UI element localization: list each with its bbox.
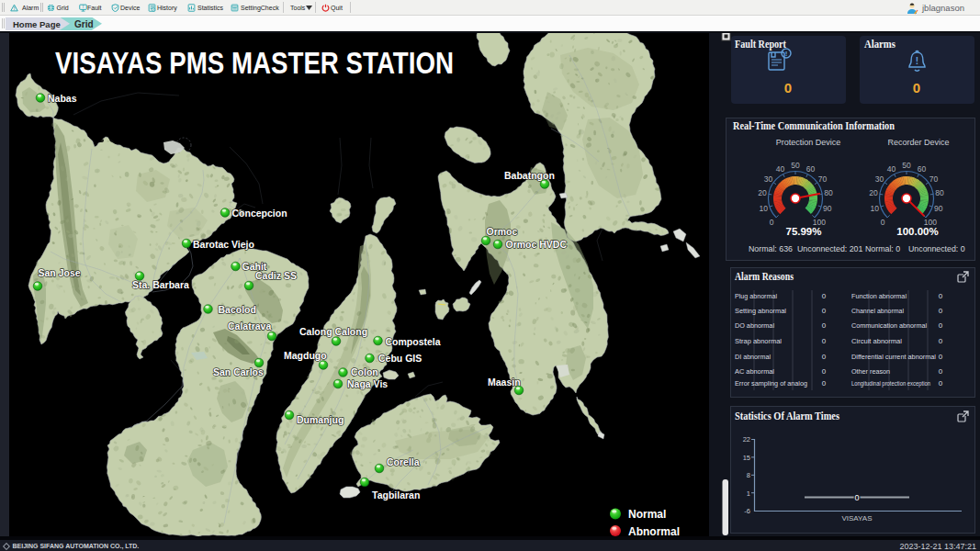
svg-text:Ormoc HVDC: Ormoc HVDC bbox=[506, 239, 568, 250]
svg-text:0: 0 bbox=[822, 292, 827, 300]
svg-text:0: 0 bbox=[784, 80, 792, 96]
svg-text:0: 0 bbox=[939, 307, 943, 315]
svg-text:Setting abnormal: Setting abnormal bbox=[735, 307, 786, 315]
svg-text:Recorder Device: Recorder Device bbox=[887, 138, 949, 147]
svg-text:Compostela: Compostela bbox=[386, 336, 441, 347]
svg-text:20: 20 bbox=[758, 188, 767, 197]
svg-text:Channel abnormal: Channel abnormal bbox=[851, 307, 904, 315]
svg-text:30: 30 bbox=[764, 174, 773, 184]
svg-text:40: 40 bbox=[776, 164, 785, 174]
svg-text:Naga Vis: Naga Vis bbox=[347, 378, 388, 389]
svg-text:Normal: 636: Normal: 636 bbox=[749, 244, 793, 253]
svg-text:Unconnected: 0: Unconnected: 0 bbox=[908, 244, 965, 253]
svg-text:!: ! bbox=[785, 50, 788, 58]
svg-text:Real-Time Communication Inform: Real-Time Communication Information bbox=[733, 119, 895, 132]
svg-text:Unconnected: 201: Unconnected: 201 bbox=[797, 244, 863, 253]
svg-text:AC abnormal: AC abnormal bbox=[735, 367, 774, 376]
svg-text:0: 0 bbox=[881, 218, 885, 227]
svg-text:75.99%: 75.99% bbox=[785, 226, 821, 237]
svg-text:VISAYAS: VISAYAS bbox=[841, 514, 872, 523]
svg-text:Alarm Reasons: Alarm Reasons bbox=[735, 270, 794, 283]
svg-text:10: 10 bbox=[760, 204, 769, 213]
svg-text:Cebu GIS: Cebu GIS bbox=[378, 353, 422, 364]
svg-text:DO abnormal: DO abnormal bbox=[735, 321, 774, 330]
svg-text:30: 30 bbox=[875, 174, 884, 184]
svg-text:!: ! bbox=[82, 5, 84, 9]
svg-text:100.00%: 100.00% bbox=[896, 226, 938, 237]
svg-text:Ormoc: Ormoc bbox=[487, 226, 518, 237]
svg-text:70: 70 bbox=[818, 174, 828, 184]
svg-text:0: 0 bbox=[822, 307, 827, 315]
svg-text:50: 50 bbox=[791, 161, 800, 170]
svg-text:0: 0 bbox=[939, 292, 943, 300]
svg-text:0: 0 bbox=[822, 353, 827, 361]
svg-text:0: 0 bbox=[822, 337, 827, 345]
svg-text:40: 40 bbox=[887, 164, 896, 174]
svg-text:Alarms: Alarms bbox=[864, 38, 896, 51]
svg-text:60: 60 bbox=[806, 164, 816, 174]
svg-text:Concepcion: Concepcion bbox=[232, 208, 287, 219]
svg-text:Abnormal: Abnormal bbox=[628, 525, 680, 537]
svg-text:!: ! bbox=[14, 6, 16, 11]
svg-text:22: 22 bbox=[743, 435, 750, 444]
svg-text:Dumanjug: Dumanjug bbox=[297, 414, 344, 425]
svg-text:Longitudinal protection except: Longitudinal protection exception bbox=[851, 380, 930, 388]
svg-text:San Carlos: San Carlos bbox=[213, 366, 264, 377]
svg-text:San Jose: San Jose bbox=[39, 267, 81, 278]
svg-text:80: 80 bbox=[935, 188, 944, 197]
svg-text:0: 0 bbox=[939, 337, 943, 345]
svg-text:Colon: Colon bbox=[351, 366, 378, 377]
svg-text:Fault Report: Fault Report bbox=[735, 38, 787, 51]
svg-text:90: 90 bbox=[823, 204, 832, 213]
svg-text:20: 20 bbox=[869, 188, 878, 197]
svg-text:Nabas: Nabas bbox=[48, 93, 77, 104]
svg-text:0: 0 bbox=[939, 321, 943, 330]
svg-text:8: 8 bbox=[747, 471, 750, 479]
svg-text:15: 15 bbox=[743, 454, 750, 462]
svg-text:0: 0 bbox=[822, 321, 827, 330]
svg-text:Barotac Viejo: Barotac Viejo bbox=[193, 239, 254, 250]
svg-text:1: 1 bbox=[747, 489, 750, 498]
svg-text:Normal: Normal bbox=[628, 508, 666, 521]
svg-text:Cadiz SS: Cadiz SS bbox=[255, 270, 297, 281]
svg-text:Normal: 0: Normal: 0 bbox=[865, 244, 900, 253]
svg-text:0: 0 bbox=[913, 80, 920, 96]
svg-text:Statistics Of Alarm Times: Statistics Of Alarm Times bbox=[735, 410, 839, 422]
svg-text:Error sampling of analog: Error sampling of analog bbox=[735, 380, 807, 388]
svg-text:Communication abnormal: Communication abnormal bbox=[851, 321, 927, 330]
svg-text:Protection Device: Protection Device bbox=[776, 138, 841, 147]
svg-text:0: 0 bbox=[939, 379, 943, 388]
svg-text:VISAYAS PMS MASTER STATION: VISAYAS PMS MASTER STATION bbox=[55, 46, 454, 80]
svg-text:Strap abnormal: Strap abnormal bbox=[735, 337, 782, 345]
svg-text:0: 0 bbox=[939, 353, 943, 361]
svg-text:Circuit abnormal: Circuit abnormal bbox=[851, 337, 902, 345]
svg-text:0: 0 bbox=[939, 367, 943, 376]
svg-text:0: 0 bbox=[822, 367, 827, 376]
svg-text:Plug abnormal: Plug abnormal bbox=[735, 292, 777, 300]
svg-text:Maasin: Maasin bbox=[488, 377, 521, 388]
svg-text:Corella: Corella bbox=[387, 456, 420, 467]
svg-text:Bacolod: Bacolod bbox=[219, 304, 256, 315]
svg-text:DI abnormal: DI abnormal bbox=[735, 353, 771, 361]
svg-text:0: 0 bbox=[822, 379, 827, 388]
svg-text:80: 80 bbox=[824, 188, 833, 197]
svg-text:Tagbilaran: Tagbilaran bbox=[372, 489, 420, 500]
svg-text:Calong Calong: Calong Calong bbox=[299, 326, 367, 337]
svg-text:-6: -6 bbox=[744, 507, 750, 515]
svg-text:Other reason: Other reason bbox=[851, 367, 890, 376]
svg-text:Function abnormal: Function abnormal bbox=[851, 292, 907, 300]
svg-text:Differential current abnormal: Differential current abnormal bbox=[851, 353, 936, 361]
svg-text:Magdugo: Magdugo bbox=[284, 350, 327, 361]
svg-text:Calatrava: Calatrava bbox=[228, 320, 271, 332]
svg-text:70: 70 bbox=[929, 174, 939, 184]
svg-text:!: ! bbox=[916, 56, 918, 66]
svg-text:10: 10 bbox=[871, 204, 880, 213]
svg-text:50: 50 bbox=[902, 161, 911, 170]
svg-text:0: 0 bbox=[770, 218, 774, 227]
svg-text:Babatngon: Babatngon bbox=[504, 170, 555, 181]
svg-text:60: 60 bbox=[918, 164, 927, 174]
svg-text:0: 0 bbox=[854, 493, 859, 502]
svg-text:90: 90 bbox=[934, 204, 943, 213]
